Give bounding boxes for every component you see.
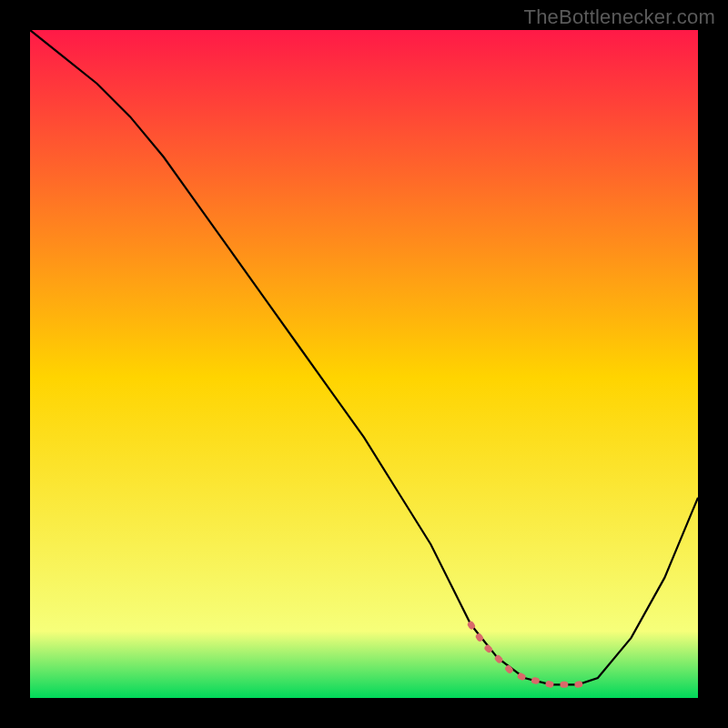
watermark-text: TheBottlenecker.com bbox=[524, 5, 715, 29]
chart-frame: TheBottlenecker.com bbox=[0, 0, 728, 728]
chart-svg bbox=[30, 30, 698, 698]
gradient-background bbox=[30, 30, 698, 698]
plot-area bbox=[30, 30, 698, 698]
